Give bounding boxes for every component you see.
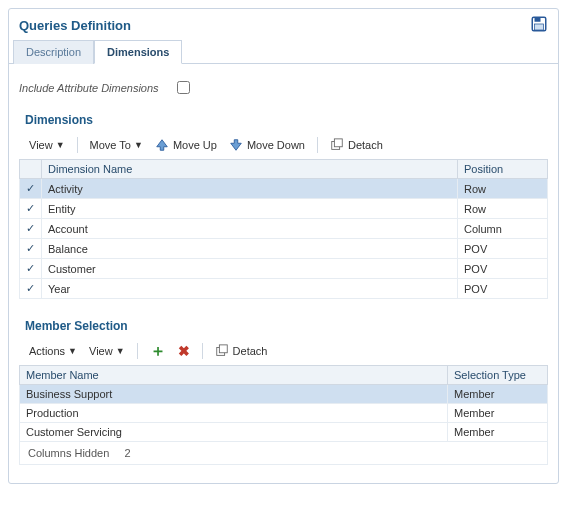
view-label: View	[29, 139, 53, 151]
member-selection-section: Member Selection Actions ▼ View ▼ ＋ ✖ De…	[19, 313, 548, 465]
panel-title: Queries Definition	[19, 18, 131, 33]
member-toolbar: Actions ▼ View ▼ ＋ ✖ Detach	[19, 341, 548, 365]
check-icon: ✓	[20, 179, 42, 199]
member-name-cell: Customer Servicing	[20, 423, 448, 442]
member-selection-title: Member Selection	[19, 313, 548, 341]
member-name-cell: Production	[20, 404, 448, 423]
position-cell: Row	[458, 199, 548, 219]
table-row[interactable]: ✓AccountColumn	[20, 219, 548, 239]
member-name-cell: Business Support	[20, 385, 448, 404]
table-row[interactable]: Customer ServicingMember	[20, 423, 548, 442]
caret-down-icon: ▼	[68, 346, 77, 356]
selection-type-cell: Member	[448, 385, 548, 404]
table-row[interactable]: ✓BalancePOV	[20, 239, 548, 259]
move-up-label: Move Up	[173, 139, 217, 151]
arrow-up-icon	[155, 138, 169, 152]
dimension-name-cell: Year	[42, 279, 458, 299]
detach-icon	[215, 344, 229, 358]
remove-icon[interactable]: ✖	[178, 344, 190, 358]
member-table: Member Name Selection Type Business Supp…	[19, 365, 548, 442]
selection-type-cell: Member	[448, 404, 548, 423]
dimension-name-cell: Activity	[42, 179, 458, 199]
columns-hidden-row: Columns Hidden 2	[19, 442, 548, 465]
table-row[interactable]: ✓EntityRow	[20, 199, 548, 219]
position-cell: POV	[458, 279, 548, 299]
table-row[interactable]: Business SupportMember	[20, 385, 548, 404]
panel-header: Queries Definition	[19, 9, 548, 39]
svg-rect-1	[535, 18, 541, 22]
position-cell: POV	[458, 259, 548, 279]
position-cell: Column	[458, 219, 548, 239]
tabs: Description Dimensions	[9, 39, 558, 64]
dimension-name-header[interactable]: Dimension Name	[42, 160, 458, 179]
move-down-button[interactable]: Move Down	[229, 138, 305, 152]
queries-definition-panel: Queries Definition Description Dimension…	[8, 8, 559, 484]
tab-description[interactable]: Description	[13, 40, 94, 64]
check-header	[20, 160, 42, 179]
dimension-name-cell: Account	[42, 219, 458, 239]
caret-down-icon: ▼	[134, 140, 143, 150]
svg-rect-2	[535, 24, 544, 30]
table-row[interactable]: ✓ActivityRow	[20, 179, 548, 199]
position-header[interactable]: Position	[458, 160, 548, 179]
tab-dimensions[interactable]: Dimensions	[94, 40, 182, 64]
separator	[77, 137, 78, 153]
move-down-label: Move Down	[247, 139, 305, 151]
move-up-button[interactable]: Move Up	[155, 138, 217, 152]
actions-label: Actions	[29, 345, 65, 357]
dimensions-title: Dimensions	[19, 107, 548, 135]
detach-icon	[330, 138, 344, 152]
view-menu[interactable]: View ▼	[29, 139, 65, 151]
add-icon[interactable]: ＋	[150, 344, 166, 358]
detach-button[interactable]: Detach	[330, 138, 383, 152]
check-icon: ✓	[20, 239, 42, 259]
include-attribute-label: Include Attribute Dimensions	[19, 82, 159, 94]
caret-down-icon: ▼	[116, 346, 125, 356]
detach-label: Detach	[348, 139, 383, 151]
selection-type-header[interactable]: Selection Type	[448, 366, 548, 385]
dimensions-section: Dimensions View ▼ Move To ▼ Move Up Mo	[19, 107, 548, 299]
include-attribute-row: Include Attribute Dimensions	[19, 78, 548, 97]
check-icon: ✓	[20, 279, 42, 299]
columns-hidden-count: 2	[125, 447, 131, 459]
tab-content: Include Attribute Dimensions Dimensions …	[19, 64, 548, 465]
view-label: View	[89, 345, 113, 357]
move-to-menu[interactable]: Move To ▼	[90, 139, 143, 151]
position-cell: POV	[458, 239, 548, 259]
arrow-down-icon	[229, 138, 243, 152]
view-menu[interactable]: View ▼	[89, 345, 125, 357]
member-name-header[interactable]: Member Name	[20, 366, 448, 385]
check-icon: ✓	[20, 219, 42, 239]
actions-menu[interactable]: Actions ▼	[29, 345, 77, 357]
table-row[interactable]: ✓YearPOV	[20, 279, 548, 299]
dimension-name-cell: Customer	[42, 259, 458, 279]
selection-type-cell: Member	[448, 423, 548, 442]
detach-label: Detach	[233, 345, 268, 357]
table-row[interactable]: ProductionMember	[20, 404, 548, 423]
svg-rect-6	[219, 345, 227, 353]
include-attribute-checkbox[interactable]	[177, 81, 190, 94]
dimension-name-cell: Balance	[42, 239, 458, 259]
columns-hidden-label: Columns Hidden	[28, 447, 109, 459]
separator	[202, 343, 203, 359]
svg-rect-4	[334, 139, 342, 147]
detach-button[interactable]: Detach	[215, 344, 268, 358]
caret-down-icon: ▼	[56, 140, 65, 150]
dimensions-toolbar: View ▼ Move To ▼ Move Up Move Down	[19, 135, 548, 159]
save-icon[interactable]	[530, 15, 548, 35]
dimension-name-cell: Entity	[42, 199, 458, 219]
table-row[interactable]: ✓CustomerPOV	[20, 259, 548, 279]
dimensions-table: Dimension Name Position ✓ActivityRow✓Ent…	[19, 159, 548, 299]
separator	[137, 343, 138, 359]
separator	[317, 137, 318, 153]
move-to-label: Move To	[90, 139, 131, 151]
position-cell: Row	[458, 179, 548, 199]
check-icon: ✓	[20, 259, 42, 279]
check-icon: ✓	[20, 199, 42, 219]
